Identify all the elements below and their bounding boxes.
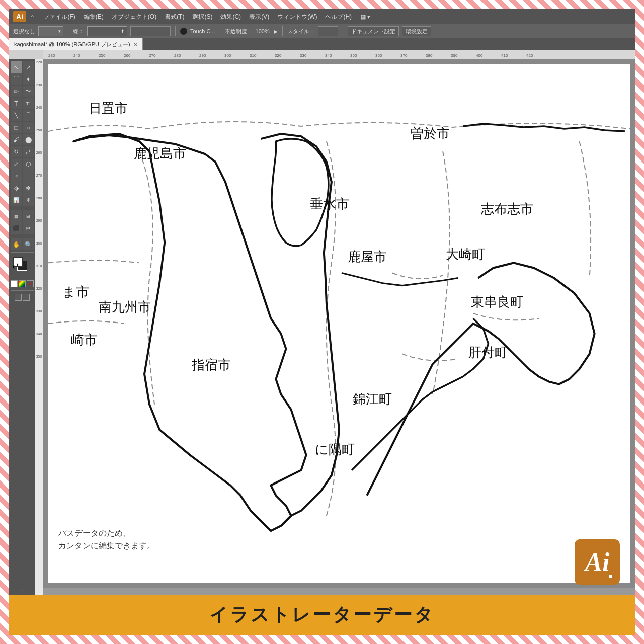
blob-brush-btn[interactable]: ⬤ <box>23 134 34 145</box>
type-tool-btn[interactable]: T <box>11 98 22 109</box>
document-tab[interactable]: kagoshimaai* @ 100% (RGB/GPU プレビュー) ✕ <box>9 38 143 50</box>
width-tool-btn[interactable]: ⊣ <box>23 170 34 182</box>
tool-row-8: ↻ ⇄ <box>11 146 34 157</box>
menu-window[interactable]: ウィンドウ(W) <box>274 12 320 22</box>
ruler-250: 250 <box>99 53 105 58</box>
doc-settings-button[interactable]: ドキュメント設定 <box>348 26 399 36</box>
ellipse-tool-btn[interactable]: ○ <box>23 122 34 133</box>
options-bar: 選択なし ▾ 線： ⬍ Touch C... 不透明度： 100% ▶ スタイル… <box>9 24 635 38</box>
ruler-320: 320 <box>275 53 281 58</box>
line-tool-btn[interactable]: ╲ <box>11 110 22 121</box>
none-mode-btn[interactable]: ✕ <box>27 280 34 287</box>
style-dropdown[interactable] <box>318 26 338 36</box>
scrollbar-horizontal[interactable] <box>43 588 635 595</box>
ruler-v-280: 280 <box>35 196 43 200</box>
menu-select[interactable]: 選択(S) <box>189 12 215 22</box>
separator-5 <box>343 26 343 36</box>
arc-tool-btn[interactable]: ⌒ <box>23 110 34 121</box>
banner-title: イラストレーターデータ <box>209 603 435 627</box>
label-ibusuki: 指宿市 <box>192 356 231 374</box>
opacity-arrow[interactable]: ▶ <box>274 29 278 34</box>
home-icon[interactable]: ⌂ <box>30 13 34 21</box>
label-minamikyushu: 南九州市 <box>99 298 151 316</box>
rotate-tool-btn[interactable]: ↻ <box>11 146 22 157</box>
tool-row-5: ╲ ⌒ <box>11 110 34 121</box>
lasso-tool-btn[interactable]: ⌒ <box>11 73 22 85</box>
menu-object[interactable]: オブジェクト(O) <box>109 12 159 22</box>
menu-edit[interactable]: 編集(E) <box>80 12 107 22</box>
tool-row-3: ✏ 〜 <box>11 86 34 97</box>
pen-tool-btn[interactable]: ✏ <box>11 86 22 97</box>
menu-file[interactable]: ファイル(F) <box>40 12 78 22</box>
shear-tool-btn[interactable]: ⬡ <box>23 158 34 170</box>
rect-tool-btn[interactable]: □ <box>11 122 22 133</box>
tool-more[interactable]: ··· <box>18 585 26 595</box>
ruler-420: 420 <box>526 53 533 58</box>
tool-row-6: □ ○ <box>11 122 34 133</box>
separator-3 <box>220 26 220 36</box>
map-svg <box>48 64 630 583</box>
screen-mode-1[interactable] <box>15 294 22 301</box>
selection-tool-btn[interactable]: ↖ <box>11 61 22 73</box>
inner-container: Ai ⌂ ファイル(F) 編集(E) オブジェクト(O) 書式(T) 選択(S)… <box>9 9 635 635</box>
slice-btn[interactable]: ⊞ <box>23 210 34 222</box>
fill-dot <box>180 28 187 35</box>
label-kagoshima: 鹿児島市 <box>134 145 186 163</box>
graph-btn[interactable]: 📊 <box>11 194 22 206</box>
symbol-btn[interactable]: ❋ <box>23 194 34 206</box>
curvature-btn[interactable]: 〜 <box>23 86 34 97</box>
menu-help[interactable]: ヘルプ(H) <box>322 12 355 22</box>
stroke-label: 線： <box>73 28 84 35</box>
zoom-tool-btn[interactable]: 🔍 <box>23 238 34 250</box>
stroke-control[interactable]: ⬍ <box>87 26 127 36</box>
label-ma: ま市 <box>62 283 89 301</box>
ruler-v-340: 340 <box>35 332 43 336</box>
column-graph-btn[interactable]: ▦ <box>11 210 22 222</box>
menu-bar: Ai ⌂ ファイル(F) 編集(E) オブジェクト(O) 書式(T) 選択(S)… <box>9 9 635 24</box>
env-settings-button[interactable]: 環境設定 <box>402 26 431 36</box>
warp-tool-btn[interactable]: ≋ <box>11 170 22 182</box>
tool-row-4: T T⃝ <box>11 98 34 109</box>
free-transform-btn[interactable]: ⬗ <box>11 182 22 194</box>
ruler-260: 260 <box>124 53 130 58</box>
ruler-v-220: 220 <box>35 60 43 64</box>
ruler-v-310: 310 <box>35 264 43 268</box>
swap-colors[interactable]: ⇄ <box>12 261 17 266</box>
tab-close-button[interactable]: ✕ <box>133 42 137 47</box>
tool-sep-4 <box>11 290 34 291</box>
workspace-switcher[interactable]: ▦ ▾ <box>361 14 370 20</box>
gradient-mode-btn[interactable] <box>19 280 26 287</box>
ruler-270: 270 <box>149 53 155 58</box>
puppet-warp-btn[interactable]: ✻ <box>23 182 34 194</box>
ruler-410: 410 <box>501 53 508 58</box>
scissors-btn[interactable]: ✂ <box>23 222 34 234</box>
workspace-main: 230 240 250 260 270 280 290 300 310 320 … <box>9 50 635 595</box>
reflect-tool-btn[interactable]: ⇄ <box>23 146 34 157</box>
separator-4 <box>282 26 283 36</box>
direct-selection-tool-btn[interactable]: ↗ <box>23 61 34 73</box>
label-kimotsuki: 肝付町 <box>468 344 508 361</box>
ai-badge-text: Ai <box>585 547 609 577</box>
ai-badge: Ai <box>575 539 620 585</box>
tab-bar: kagoshimaai* @ 100% (RGB/GPU プレビュー) ✕ <box>9 38 635 50</box>
ruler-290: 290 <box>199 53 206 58</box>
selection-dropdown[interactable]: ▾ <box>38 26 63 36</box>
ruler-v-330: 330 <box>35 309 43 313</box>
label-soo: 曽於市 <box>411 125 450 142</box>
view-mode-row <box>15 294 30 301</box>
screen-mode-2[interactable] <box>23 294 30 301</box>
opacity-label: 不透明度： <box>225 28 253 35</box>
menu-view[interactable]: 表示(V) <box>246 12 272 22</box>
paintbrush-btn[interactable]: 🖌 <box>11 134 22 145</box>
menu-type[interactable]: 書式(T) <box>162 12 187 22</box>
scale-tool-btn[interactable]: ⤢ <box>11 158 22 170</box>
separator-2 <box>175 26 176 36</box>
menu-effect[interactable]: 効果(C) <box>217 12 244 22</box>
hand-tool-btn[interactable]: ✋ <box>11 238 22 250</box>
eraser-btn[interactable]: ⬛ <box>11 222 22 234</box>
magic-wand-btn[interactable]: ✦ <box>23 73 34 85</box>
tool-row-7: 🖌 ⬤ <box>11 134 34 145</box>
stroke-width-input[interactable] <box>130 26 171 36</box>
color-mode-btn[interactable] <box>11 280 18 287</box>
touch-type-btn[interactable]: T⃝ <box>23 98 34 109</box>
